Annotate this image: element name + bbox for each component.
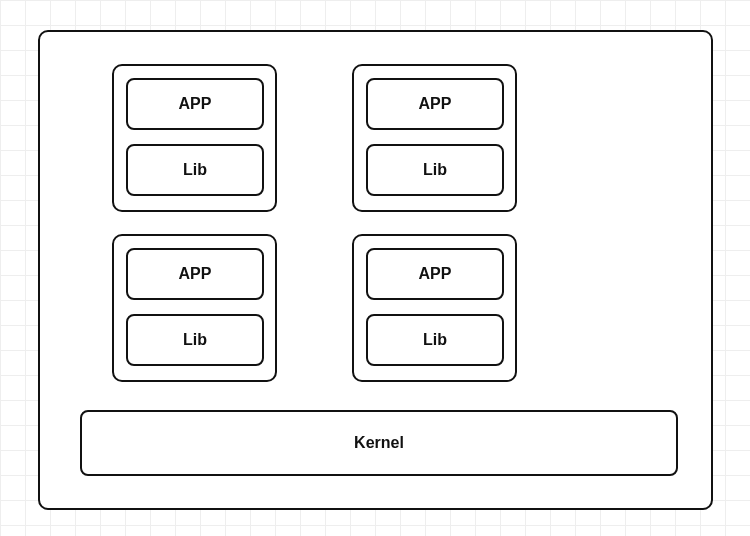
app-lib-group: APP Lib (352, 64, 517, 212)
app-lib-group: APP Lib (352, 234, 517, 382)
lib-box: Lib (366, 144, 504, 196)
app-box: APP (126, 78, 264, 130)
app-box: APP (366, 248, 504, 300)
lib-box: Lib (126, 314, 264, 366)
app-lib-group: APP Lib (112, 234, 277, 382)
lib-box: Lib (126, 144, 264, 196)
app-lib-group: APP Lib (112, 64, 277, 212)
lib-box: Lib (366, 314, 504, 366)
architecture-container: APP Lib APP Lib APP Lib APP Lib Kernel (38, 30, 713, 510)
app-box: APP (126, 248, 264, 300)
app-box: APP (366, 78, 504, 130)
kernel-box: Kernel (80, 410, 678, 476)
